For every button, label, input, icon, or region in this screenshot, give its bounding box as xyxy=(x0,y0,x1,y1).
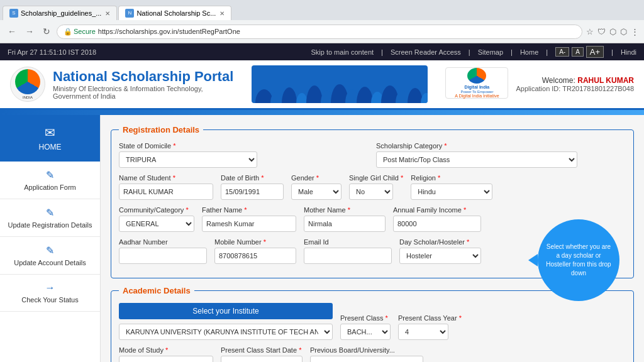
religion-select[interactable]: Hindu xyxy=(411,184,492,200)
form-row-4: Aadhar Number Mobile Number * Email Id xyxy=(119,238,626,264)
present-class-start-group: Present Class Start Date * xyxy=(221,346,303,362)
form-row-1: State of Domicile * TRIPURA Scholarship … xyxy=(119,142,626,168)
bookmark-icon[interactable]: ☆ xyxy=(586,27,594,36)
tab-inactive[interactable]: S Scholarship_guidelines_... ✕ xyxy=(3,6,117,20)
day-scholar-select[interactable]: Hosteler xyxy=(399,248,481,264)
state-domicile-select[interactable]: TRIPURA xyxy=(119,151,257,168)
ministry-line: Ministry Of Electronics & Information Te… xyxy=(53,85,233,92)
present-class-start-input[interactable] xyxy=(221,356,303,362)
tab-favicon-1: S xyxy=(9,9,18,18)
mobile-input[interactable] xyxy=(214,248,296,264)
registration-legend: Registration Details xyxy=(119,125,203,134)
gender-select[interactable]: Male xyxy=(291,184,341,200)
single-girl-group: Single Girl Child * No xyxy=(349,174,403,200)
address-bar-row: ← → ↻ 🔒 Secure https://scholarships.gov.… xyxy=(0,20,644,43)
sidebar: ✉ HOME ✎ Application Form ✎ Update Regis… xyxy=(0,115,101,362)
aadhar-input[interactable] xyxy=(119,248,207,264)
sidebar-item-check-status[interactable]: → Check Your Status xyxy=(0,275,100,312)
header-center xyxy=(233,65,445,103)
day-scholar-group: Day Scholar/Hosteler * Hosteler xyxy=(399,238,481,264)
update-acc-label: Update Account Details xyxy=(5,259,95,266)
form-area: Registration Details State of Domicile *… xyxy=(101,115,644,362)
institute-select[interactable]: KARUNYA UNIVERSITY (KARUNYA INSTITUTE OF… xyxy=(119,324,333,340)
home-icon: ✉ xyxy=(5,125,95,140)
gender-group: Gender * Male xyxy=(291,174,341,200)
check-status-label: Check Your Status xyxy=(5,296,95,304)
tooltip-bubble: Select whether you are a day scholar or … xyxy=(538,219,619,301)
browser-chrome: S Scholarship_guidelines_... ✕ N Nationa… xyxy=(0,0,644,43)
svg-point-3 xyxy=(296,93,308,103)
extension-icon-2: ⬡ xyxy=(620,27,627,36)
address-text: https://scholarships.gov.in/studentRegPa… xyxy=(98,28,575,35)
sitemap-link[interactable]: Sitemap xyxy=(478,48,503,56)
svg-point-12 xyxy=(408,88,423,103)
mother-name-input[interactable] xyxy=(304,216,386,232)
dob-input[interactable] xyxy=(221,184,284,200)
di-text: Digital IndiaPower To Empower xyxy=(460,85,493,94)
silhouette-banner xyxy=(252,65,428,103)
forward-button[interactable]: → xyxy=(23,25,36,38)
academic-row-2: Mode of Study * Present Class Start Date… xyxy=(119,346,626,362)
portal-title-block: National Scholarship Portal Ministry Of … xyxy=(53,69,233,100)
welcome-block: Welcome: RAHUL KUMAR Application ID: TR2… xyxy=(516,76,634,92)
tab-title-2: National Scholarship Sc... xyxy=(136,9,216,17)
select-institute-btn[interactable]: Select your Institute xyxy=(119,303,333,319)
sidebar-home-item[interactable]: ✉ HOME xyxy=(0,115,100,162)
annual-income-group: Annual Family Income * xyxy=(393,206,481,232)
home-label: HOME xyxy=(39,143,62,151)
font-increase-btn[interactable]: A+ xyxy=(586,46,604,58)
annual-income-input[interactable] xyxy=(393,216,481,232)
reload-button[interactable]: ↻ xyxy=(40,25,53,38)
tab-active[interactable]: N National Scholarship Sc... ✕ xyxy=(118,6,231,20)
svg-point-0 xyxy=(255,89,273,103)
sidebar-item-update-reg[interactable]: ✎ Update Registration Details xyxy=(0,199,100,237)
email-input[interactable] xyxy=(304,248,392,264)
hindi-link[interactable]: Hindi xyxy=(621,48,636,56)
back-button[interactable]: ← xyxy=(5,25,19,38)
present-class-year-label: Present Class Year * xyxy=(398,314,462,322)
single-girl-label: Single Girl Child * xyxy=(349,174,403,182)
present-class-select[interactable]: BACH... xyxy=(340,324,391,340)
community-select[interactable]: GENERAL xyxy=(119,216,194,232)
svg-point-2 xyxy=(282,87,297,103)
student-name-input[interactable] xyxy=(119,184,213,200)
accent-bar xyxy=(0,110,644,115)
header-right: Digital IndiaPower To Empower A Digital … xyxy=(445,67,634,101)
mother-name-group: Mother Name * xyxy=(304,206,386,232)
update-acc-icon: ✎ xyxy=(5,244,95,256)
address-bar[interactable]: 🔒 Secure https://scholarships.gov.in/stu… xyxy=(57,25,582,39)
mode-of-study-select[interactable] xyxy=(119,356,213,362)
font-normal-btn[interactable]: A xyxy=(572,47,584,57)
secure-badge: 🔒 Secure xyxy=(64,28,96,36)
single-girl-select[interactable]: No xyxy=(349,184,393,200)
secure-label: Secure xyxy=(74,28,96,35)
present-class-year-select[interactable]: 4 xyxy=(398,324,448,340)
religion-label: Religion * xyxy=(411,174,492,182)
institute-group: Select your Institute KARUNYA UNIVERSITY… xyxy=(119,303,333,340)
mother-name-label: Mother Name * xyxy=(304,206,386,214)
day-scholar-label: Day Scholar/Hosteler * xyxy=(399,238,481,246)
svg-point-1 xyxy=(270,92,283,103)
sidebar-item-app-form[interactable]: ✎ Application Form xyxy=(0,162,100,199)
skip-link[interactable]: Skip to main content xyxy=(311,48,374,56)
mobile-label: Mobile Number * xyxy=(214,238,296,246)
sidebar-item-update-acc[interactable]: ✎ Update Account Details xyxy=(0,237,100,275)
menu-icon[interactable]: ⋮ xyxy=(631,27,639,36)
tab-close-2[interactable]: ✕ xyxy=(219,10,225,17)
tooltip-arrow xyxy=(528,254,538,266)
top-info-right: Skip to main content | Screen Reader Acc… xyxy=(311,46,636,58)
lock-icon: 🔒 xyxy=(64,28,72,36)
main-content: ✉ HOME ✎ Application Form ✎ Update Regis… xyxy=(0,115,644,362)
screen-reader-link[interactable]: Screen Reader Access xyxy=(391,48,461,56)
font-size-controls: A- A A+ xyxy=(555,46,604,58)
tab-close-1[interactable]: ✕ xyxy=(105,10,110,17)
father-name-input[interactable] xyxy=(202,216,296,232)
font-decrease-btn[interactable]: A- xyxy=(555,47,569,57)
home-link[interactable]: Home xyxy=(520,48,538,56)
tooltip-container: Select whether you are a day scholar or … xyxy=(538,219,619,301)
previous-board-select[interactable] xyxy=(310,356,423,362)
mode-of-study-group: Mode of Study * xyxy=(119,346,213,362)
di-initiative: A Digital India Initiative xyxy=(455,94,499,98)
scholarship-cat-select[interactable]: Post Matric/Top Class xyxy=(376,151,577,168)
digital-india-logo: Digital IndiaPower To Empower A Digital … xyxy=(445,67,508,99)
